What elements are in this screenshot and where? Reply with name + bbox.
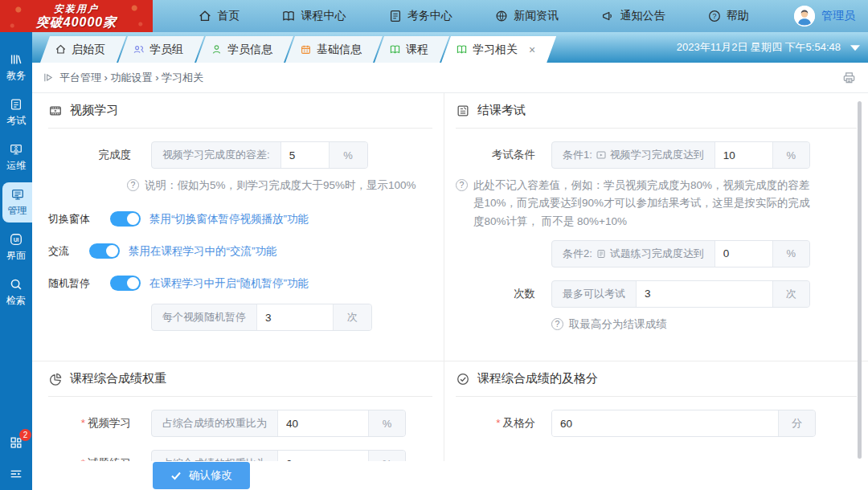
condition-help: ? 此处不记入容差值，例如：学员视频完成度为80%，视频完成度的容差是10%，而…	[456, 177, 857, 231]
condition1-input[interactable]	[714, 142, 772, 168]
section-final-exam: 结课考试 考试条件 条件1: 视频学习完成度达到	[444, 93, 868, 361]
manage-monitor-icon	[10, 187, 25, 202]
nav-label: 通知公告	[620, 9, 665, 23]
condition2-input[interactable]	[714, 241, 772, 267]
breadcrumb-row: 平台管理 › 功能设置 › 学习相关	[32, 63, 868, 93]
sidebar-item-search[interactable]: 检索	[0, 272, 32, 312]
tab-learning-related[interactable]: 学习相关 ×	[441, 36, 556, 63]
field-label: 考试条件	[456, 148, 535, 162]
unit-label: %	[368, 451, 405, 461]
course-center-icon	[281, 9, 296, 23]
ui-icon: UI	[9, 232, 23, 247]
sidebar-item-ops[interactable]: 运维	[0, 137, 32, 178]
close-icon[interactable]: ×	[529, 44, 535, 55]
completion-help: ? 说明：假如为5%，则学习完成度大于95%时，显示100%	[127, 177, 432, 194]
notification-badge: 2	[19, 429, 31, 441]
input-label: 视频学习完成度的容差:	[152, 142, 280, 168]
section-score-weight: 课程综合成绩权重 *视频学习 占综合成绩的权重比为 % *试题练习	[32, 361, 444, 461]
vertical-scrollbar[interactable]	[858, 101, 862, 459]
pause-count-input-group: 每个视频随机暂停 次	[151, 304, 372, 331]
unit-label: 分	[778, 410, 815, 436]
svg-text:UI: UI	[14, 237, 19, 243]
tab-student-info[interactable]: 学员信息	[196, 36, 293, 63]
film-icon	[48, 104, 63, 118]
news-icon	[494, 9, 509, 23]
exam-paper-icon	[9, 97, 23, 112]
completion-input-group: 视频学习完成度的容差: %	[151, 141, 368, 169]
app-window: 安装用户 突破40000家 首页 课程中心 考务中心 新闻资讯 通知公告	[0, 0, 868, 490]
book-icon	[389, 43, 401, 55]
toggle-desc: 在课程学习中开启“随机暂停”功能	[149, 276, 309, 291]
pause-count-input[interactable]	[256, 304, 333, 330]
nav-label: 首页	[217, 9, 240, 23]
communication-toggle[interactable]	[89, 243, 120, 259]
user-menu[interactable]: 管理员	[794, 0, 868, 32]
question-icon: ?	[456, 179, 468, 191]
nav-item-news[interactable]: 新闻资讯	[494, 9, 559, 23]
settings-panel: 视频学习 完成度 视频学习完成度的容差: % ? 说明	[32, 93, 868, 461]
max-exam-times-input[interactable]	[636, 281, 772, 307]
sidebar-item-ui[interactable]: UI 界面	[0, 227, 32, 267]
apps-grid-button[interactable]: 2	[9, 435, 23, 452]
section-title: 课程综合成绩的及格分	[477, 371, 598, 386]
video-weight-input[interactable]	[277, 410, 368, 436]
check-circle-icon	[456, 372, 470, 386]
condition1-input-group: 条件1: 视频学习完成度达到 %	[551, 141, 810, 169]
nav-item-course-center[interactable]: 课程中心	[281, 9, 346, 23]
completion-tolerance-input[interactable]	[280, 142, 329, 168]
menu-list-icon	[9, 467, 23, 481]
practice-weight-input[interactable]	[277, 451, 368, 461]
exam-center-icon	[388, 9, 403, 23]
nav-label: 课程中心	[301, 9, 346, 23]
input-label: 条件1: 视频学习完成度达到	[552, 142, 714, 168]
print-icon[interactable]	[841, 70, 857, 85]
sidebar-label: 管理	[8, 204, 27, 218]
person-icon	[211, 43, 223, 55]
confirm-button[interactable]: 确认修改	[153, 462, 250, 489]
question-icon: ?	[551, 318, 563, 330]
field-label: 随机暂停	[48, 276, 90, 291]
times-input-group: 最多可以考试 次	[551, 280, 810, 308]
required-asterisk: *	[496, 417, 500, 429]
weight-row-practice: *试题练习 占综合成绩的权重比为 %	[48, 450, 432, 461]
random-pause-toggle[interactable]	[110, 276, 141, 291]
tab-basic-info[interactable]: 基础信息	[285, 36, 383, 63]
video-mini-icon	[596, 150, 606, 160]
tab-start-page[interactable]: 启始页	[40, 36, 126, 63]
question-icon: ?	[127, 179, 139, 191]
section-title: 视频学习	[70, 103, 118, 118]
input-label: 每个视频随机暂停	[152, 304, 256, 330]
promo-banner-line1: 安装用户	[0, 3, 153, 14]
sidebar-label: 运维	[6, 159, 26, 173]
nav-item-home[interactable]: 首页	[198, 9, 240, 23]
field-label: *视频学习	[48, 416, 131, 431]
calendar-icon	[300, 43, 312, 55]
sidebar-item-exam[interactable]: 考试	[0, 92, 32, 133]
window-switch-toggle[interactable]	[110, 211, 141, 227]
pass-score-input[interactable]	[552, 410, 778, 436]
nav-item-exam-center[interactable]: 考务中心	[388, 9, 452, 23]
tab-student-group[interactable]: 学员组	[118, 36, 204, 63]
tab-label: 课程	[406, 43, 428, 57]
nav-item-announcement[interactable]: 通知公告	[600, 9, 665, 23]
video-weight-input-group: 占综合成绩的权重比为 %	[151, 410, 406, 437]
svg-text:?: ?	[712, 12, 716, 20]
home-icon	[198, 9, 212, 23]
unit-label: %	[772, 241, 809, 267]
unit-label: %	[329, 142, 367, 168]
nav-item-help[interactable]: ? 帮助	[707, 9, 749, 23]
condition2-input-group: 条件2: 试题练习完成度达到 %	[551, 240, 810, 267]
tab-course[interactable]: 课程	[375, 36, 449, 63]
tab-bar: 启始页 学员组 学员信息 基础信息	[32, 32, 868, 63]
sidebar-item-academic[interactable]: 教务	[0, 47, 32, 88]
field-label: 完成度	[48, 148, 131, 162]
tab-list-dropdown-icon[interactable]	[850, 45, 860, 51]
menu-list-button[interactable]	[9, 467, 23, 484]
sidebar-item-manage[interactable]: 管理	[2, 182, 32, 223]
times-help: ? 取最高分为结课成绩	[551, 316, 857, 333]
input-label: 最多可以考试	[552, 281, 636, 307]
section-header: 课程综合成绩权重	[48, 361, 432, 397]
pause-count-row: 每个视频随机暂停 次	[48, 304, 432, 331]
field-label: 交流	[48, 244, 69, 259]
books-icon	[9, 52, 23, 67]
